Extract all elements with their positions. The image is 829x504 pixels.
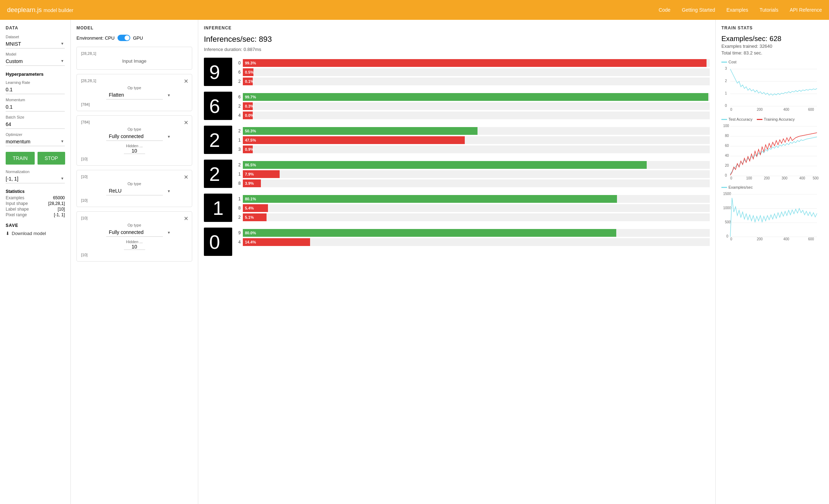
- bar-row-3-2: 8 3.9%: [236, 179, 710, 187]
- dataset-label: Dataset: [6, 35, 65, 39]
- examples-sec-value: 628: [770, 35, 781, 43]
- cost-legend-item: Cost: [721, 60, 737, 64]
- bars-0: 0 99.3% 6 0.5% 2 0.1%: [236, 58, 710, 85]
- momentum-input[interactable]: [6, 103, 65, 111]
- svg-text:100: 100: [723, 124, 729, 128]
- train-button[interactable]: TRAIN: [6, 152, 35, 165]
- nav-examples[interactable]: Examples: [726, 7, 748, 13]
- svg-text:1: 1: [725, 91, 727, 95]
- svg-text:400: 400: [783, 237, 789, 240]
- svg-text:200: 200: [764, 176, 770, 179]
- training-accuracy-legend: Training Accuracy: [757, 117, 795, 121]
- batch-size-label: Batch Size: [6, 115, 65, 119]
- bar-row-4-1: 8 5.4%: [236, 204, 710, 212]
- env-cpu-label: Environment: CPU: [76, 35, 115, 41]
- env-gpu-label: GPU: [133, 35, 143, 41]
- optimizer-select-wrapper: momentum: [6, 137, 65, 146]
- digit-svg-2: 2: [206, 127, 230, 152]
- cost-chart: 3 2 1 0 0 200 400 600: [721, 65, 821, 111]
- fc2-op-label: Op type: [81, 223, 188, 227]
- bar-row-5-1: 4 14.4%: [236, 238, 710, 246]
- svg-text:200: 200: [757, 108, 763, 111]
- svg-text:20: 20: [725, 164, 729, 167]
- inference-panel: INFERENCE Inferences/sec: 893 Inference …: [198, 20, 716, 504]
- digit-image-5: 0: [204, 228, 232, 256]
- main-layout: DATA Dataset MNIST Model Custom Hyperpar…: [0, 20, 829, 504]
- accuracy-chart-container: Test Accuracy Training Accuracy 100 80 6…: [721, 117, 823, 179]
- fc1-output: [10]: [81, 157, 188, 161]
- bar-row-3-0: 2 86.5%: [236, 161, 710, 169]
- inference-sample-1: 6 6 99.7% 2 0.3% 4: [204, 92, 710, 120]
- fc1-op-select[interactable]: Fully connected: [106, 132, 163, 141]
- model-select[interactable]: Custom: [6, 57, 65, 66]
- model-panel-title: MODEL: [76, 25, 192, 30]
- svg-text:300: 300: [782, 176, 788, 179]
- nav-getting-started[interactable]: Getting Started: [682, 7, 715, 13]
- normalization-select[interactable]: [-1, 1]: [6, 174, 65, 183]
- train-panel-title: TRAIN STATS: [721, 25, 823, 30]
- learning-rate-input[interactable]: [6, 85, 65, 94]
- download-label: Download model: [12, 231, 46, 236]
- digit-image-1: 6: [204, 92, 232, 120]
- bar-row-2-1: 1 47.5%: [236, 136, 710, 144]
- fc1-close-button[interactable]: ✕: [184, 119, 188, 126]
- batch-size-input[interactable]: [6, 120, 65, 129]
- save-section: SAVE ⬇ Download model: [6, 223, 65, 236]
- digit-image-3: 2: [204, 160, 232, 188]
- fc2-op-select[interactable]: Fully connected: [106, 228, 163, 237]
- stats-label-shape: Label shape [10]: [6, 207, 65, 212]
- fc2-hidden-input[interactable]: [124, 244, 145, 250]
- momentum-label: Momentum: [6, 98, 65, 102]
- stop-button[interactable]: STOP: [38, 152, 65, 165]
- bars-2: 2 50.3% 1 47.5% 3 0.9%: [236, 126, 710, 153]
- flatten-op-select[interactable]: Flatten: [106, 91, 163, 99]
- relu-block: [10] ✕ Op type ReLU [10]: [76, 170, 192, 207]
- bar-row-5-0: 9 80.0%: [236, 229, 710, 237]
- digit-image-2: 2: [204, 126, 232, 154]
- bars-1: 6 99.7% 2 0.3% 4 0.0%: [236, 92, 710, 119]
- svg-text:0: 0: [725, 173, 727, 177]
- cpu-gpu-toggle[interactable]: [118, 35, 130, 41]
- nav-api-reference[interactable]: API Reference: [790, 7, 822, 13]
- training-accuracy-label: Training Accuracy: [764, 117, 795, 121]
- header: deeplearn.js model builder Code Getting …: [0, 0, 829, 20]
- nav-tutorials[interactable]: Tutorials: [760, 7, 778, 13]
- fc1-op-label: Op type: [81, 127, 188, 131]
- flatten-close-button[interactable]: ✕: [184, 78, 188, 85]
- train-panel: TRAIN STATS Examples/sec: 628 Examples t…: [716, 20, 829, 504]
- fc2-input: [10]: [81, 216, 188, 220]
- input-image-label: Input Image: [81, 58, 188, 64]
- digit-image-0: 9: [204, 58, 232, 86]
- stats-examples: Examples 65000: [6, 195, 65, 200]
- relu-op-select[interactable]: ReLU: [106, 187, 163, 195]
- relu-close-button[interactable]: ✕: [184, 174, 188, 181]
- svg-text:600: 600: [808, 108, 814, 111]
- bars-5: 9 80.0% 4 14.4%: [236, 228, 710, 246]
- fc1-hidden-label: Hidden ...: [81, 144, 188, 148]
- stats-title: Statistics: [6, 189, 65, 194]
- flatten-input: [28,28,1]: [81, 79, 188, 83]
- cost-chart-legend: Cost: [721, 60, 823, 64]
- dataset-select[interactable]: MNIST: [6, 40, 65, 48]
- model-label: Model: [6, 52, 65, 56]
- svg-text:500: 500: [813, 176, 819, 179]
- examples-trained: Examples trained: 32640: [721, 44, 823, 49]
- examples-sec-chart-legend: Examples/sec: [721, 185, 823, 189]
- bar-row-4-2: 2 5.1%: [236, 213, 710, 221]
- svg-text:0: 0: [726, 234, 728, 238]
- fc1-hidden-input[interactable]: [124, 148, 145, 154]
- cost-legend-color: [721, 62, 727, 63]
- lr-label: Learning Rate: [6, 80, 65, 85]
- input-block: [28,28,1] Input Image: [76, 47, 192, 70]
- fc2-op-wrapper: Fully connected: [81, 228, 188, 237]
- digit-svg-4: 1: [206, 195, 230, 220]
- nav-code[interactable]: Code: [659, 7, 670, 13]
- svg-text:2: 2: [209, 129, 220, 151]
- fc2-close-button[interactable]: ✕: [184, 215, 188, 222]
- digit-svg-3: 2: [206, 161, 230, 186]
- svg-text:1000: 1000: [723, 206, 731, 210]
- logo-text: deeplearn.js: [7, 6, 42, 13]
- optimizer-select[interactable]: momentum: [6, 137, 65, 146]
- download-model-link[interactable]: ⬇ Download model: [6, 231, 65, 236]
- bars-3: 2 86.5% 1 7.9% 8 3.9%: [236, 160, 710, 187]
